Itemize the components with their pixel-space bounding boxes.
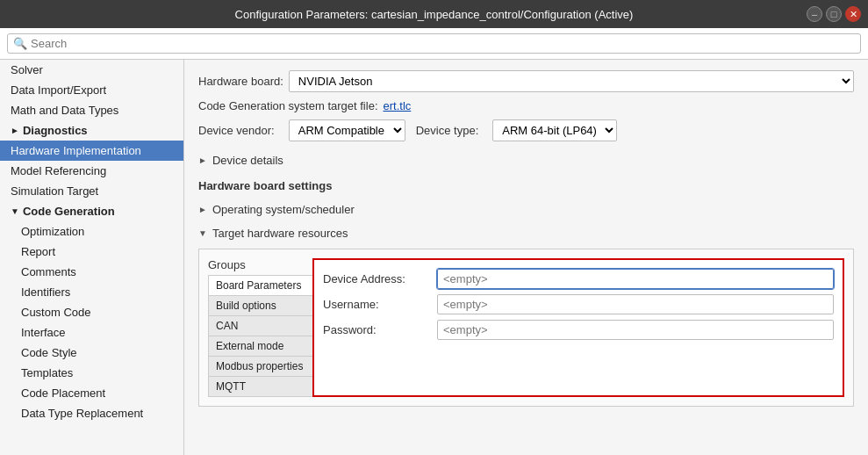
- group-item-board-parameters[interactable]: Board Parameters: [208, 275, 313, 295]
- search-icon: 🔍: [13, 37, 27, 50]
- diagnostics-arrow-icon: ►: [11, 126, 19, 135]
- hardware-board-label: Hardware board:: [198, 75, 283, 88]
- sidebar-item-diagnostics-label: Diagnostics: [23, 124, 88, 137]
- password-input[interactable]: [437, 320, 834, 340]
- hardware-board-row: Hardware board: NVIDIA Jetson: [198, 70, 854, 92]
- group-item-modbus-properties[interactable]: Modbus properties: [208, 356, 313, 376]
- sidebar-item-interface[interactable]: Interface: [0, 322, 183, 343]
- ert-tlc-link[interactable]: ert.tlc: [384, 99, 412, 112]
- device-vendor-type-row: Device vendor: ARM Compatible Device typ…: [198, 119, 854, 141]
- password-row: Password:: [323, 320, 834, 340]
- target-hw-resources-section: ▼ Target hardware resources Groups Board…: [198, 221, 854, 407]
- code-gen-target-label: Code Generation system target file:: [198, 99, 378, 112]
- groups-label: Groups: [208, 258, 313, 271]
- device-details-section: ► Device details: [198, 148, 854, 172]
- sidebar-item-model-referencing[interactable]: Model Referencing: [0, 161, 183, 181]
- sidebar-item-data-import-export[interactable]: Data Import/Export: [0, 80, 183, 100]
- group-item-external-mode[interactable]: External mode: [208, 336, 313, 356]
- username-label: Username:: [323, 298, 437, 311]
- operating-system-header[interactable]: ► Operating system/scheduler: [198, 198, 854, 221]
- sidebar-item-math-and-data-types[interactable]: Math and Data Types: [0, 100, 183, 120]
- sidebar-group-code-generation[interactable]: ▼ Code Generation: [0, 201, 183, 221]
- sidebar-item-identifiers[interactable]: Identifiers: [0, 282, 183, 302]
- device-address-row: Device Address:: [323, 269, 834, 289]
- sidebar-group-diagnostics[interactable]: ► Diagnostics: [0, 120, 183, 141]
- device-type-label: Device type:: [416, 124, 479, 137]
- search-input[interactable]: [31, 37, 855, 50]
- group-item-mqtt[interactable]: MQTT: [208, 376, 313, 397]
- device-address-label: Device Address:: [323, 272, 437, 285]
- maximize-button[interactable]: □: [826, 6, 842, 22]
- sidebar-item-optimization[interactable]: Optimization: [0, 221, 183, 242]
- device-address-input[interactable]: [437, 269, 834, 289]
- title-text: Configuration Parameters: cartesian_impe…: [235, 8, 634, 21]
- groups-panel: Groups Board Parameters Build options CA…: [208, 258, 313, 397]
- search-input-wrap: 🔍: [7, 33, 861, 54]
- target-hw-arrow-icon: ▼: [198, 228, 207, 238]
- groups-layout: Groups Board Parameters Build options CA…: [208, 258, 844, 397]
- device-vendor-label: Device vendor:: [198, 124, 275, 137]
- sidebar-item-data-type-replacement[interactable]: Data Type Replacement: [0, 403, 183, 423]
- device-vendor-select[interactable]: ARM Compatible: [289, 119, 405, 141]
- username-input[interactable]: [437, 294, 834, 314]
- sidebar-item-custom-code[interactable]: Custom Code: [0, 302, 183, 322]
- group-item-build-options[interactable]: Build options: [208, 295, 313, 315]
- password-label: Password:: [323, 323, 437, 336]
- target-hw-resources-box: Groups Board Parameters Build options CA…: [198, 249, 854, 407]
- sidebar-item-report[interactable]: Report: [0, 242, 183, 262]
- sidebar-item-hardware-implementation[interactable]: Hardware Implementation: [0, 141, 183, 161]
- sidebar-item-code-style[interactable]: Code Style: [0, 343, 183, 363]
- sidebar: Solver Data Import/Export Math and Data …: [0, 60, 184, 455]
- device-details-header[interactable]: ► Device details: [198, 148, 854, 172]
- sidebar-item-solver[interactable]: Solver: [0, 60, 183, 80]
- fields-panel: Device Address: Username: Password:: [312, 258, 844, 397]
- group-item-can[interactable]: CAN: [208, 315, 313, 336]
- content-area: Hardware board: NVIDIA Jetson Code Gener…: [184, 60, 868, 455]
- hardware-board-select[interactable]: NVIDIA Jetson: [289, 70, 854, 92]
- operating-system-arrow-icon: ►: [198, 205, 207, 214]
- operating-system-label: Operating system/scheduler: [212, 203, 355, 216]
- device-details-label: Device details: [212, 154, 283, 167]
- username-row: Username:: [323, 294, 834, 314]
- target-hw-resources-label: Target hardware resources: [212, 227, 348, 240]
- sidebar-item-comments[interactable]: Comments: [0, 262, 183, 282]
- close-button[interactable]: ✕: [845, 6, 861, 22]
- window-controls: – □ ✕: [807, 6, 861, 22]
- search-bar: 🔍: [0, 28, 868, 60]
- main-layout: Solver Data Import/Export Math and Data …: [0, 60, 868, 455]
- sidebar-item-simulation-target[interactable]: Simulation Target: [0, 181, 183, 201]
- device-type-select[interactable]: ARM 64-bit (LP64): [492, 119, 617, 141]
- minimize-button[interactable]: –: [807, 6, 822, 22]
- target-hw-resources-header[interactable]: ▼ Target hardware resources: [198, 221, 854, 245]
- sidebar-item-code-generation-label: Code Generation: [23, 205, 115, 218]
- hardware-board-settings-label: Hardware board settings: [198, 179, 854, 192]
- sidebar-item-templates[interactable]: Templates: [0, 363, 183, 383]
- device-details-arrow-icon: ►: [198, 155, 207, 165]
- code-gen-target-row: Code Generation system target file: ert.…: [198, 99, 854, 112]
- sidebar-item-code-placement[interactable]: Code Placement: [0, 383, 183, 403]
- code-generation-arrow-icon: ▼: [11, 206, 19, 216]
- title-bar: Configuration Parameters: cartesian_impe…: [0, 0, 868, 28]
